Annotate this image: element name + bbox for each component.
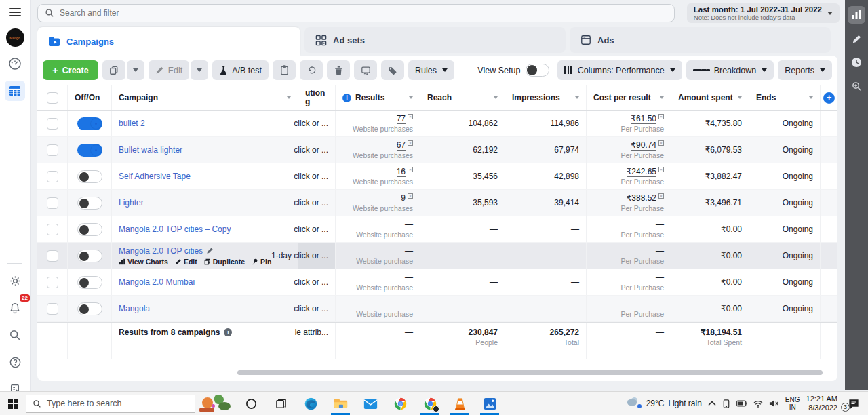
search-input[interactable] xyxy=(60,8,620,18)
row-checkbox[interactable] xyxy=(47,250,58,262)
campaign-link[interactable]: Bullet wala lighter xyxy=(119,145,182,155)
row-toggle-cell[interactable] xyxy=(68,190,112,216)
clock[interactable]: 12:21 AM 8/3/2022 xyxy=(806,395,837,412)
row-campaign-cell[interactable]: Mangola 2.0 TOP cities – Copy xyxy=(112,216,298,242)
row-toggle-cell[interactable] xyxy=(68,111,112,136)
language-indicator[interactable]: ENG IN xyxy=(785,396,800,412)
results-value[interactable]: — xyxy=(405,299,413,309)
cost-value[interactable]: — xyxy=(656,273,664,282)
header-ends[interactable]: Ends xyxy=(749,85,821,110)
tab-ad-sets[interactable]: Ad sets xyxy=(304,27,566,53)
row-select-cell[interactable] xyxy=(37,111,68,136)
row-checkbox[interactable] xyxy=(47,277,58,288)
table-row[interactable]: Mangola 2.0 TOP cities – Copy click or .… xyxy=(37,216,837,243)
header-campaign[interactable]: Campaign xyxy=(112,85,298,110)
undo-button[interactable] xyxy=(300,60,323,80)
photos-app[interactable] xyxy=(475,392,505,415)
edit-button[interactable]: Edit xyxy=(149,60,190,80)
campaign-link[interactable]: Self Adhersive Tape xyxy=(119,172,191,181)
mail-app[interactable] xyxy=(355,392,385,415)
row-campaign-cell[interactable]: Self Adhersive Tape xyxy=(112,163,298,189)
cost-value[interactable]: ₹242.65 xyxy=(627,167,656,177)
row-select-cell[interactable] xyxy=(37,243,68,269)
sort-caret-icon[interactable] xyxy=(494,96,498,99)
header-impressions[interactable]: Impressions xyxy=(505,85,587,110)
row-campaign-cell[interactable]: Mangola 2.0 Mumbai xyxy=(112,269,298,295)
row-campaign-cell[interactable]: Bullet wala lighter xyxy=(112,137,298,163)
duplicate-button[interactable] xyxy=(102,60,125,80)
cost-value[interactable]: — xyxy=(656,220,664,229)
search-icon[interactable] xyxy=(5,325,25,345)
results-value[interactable]: 67 xyxy=(397,140,406,151)
header-cost-per-result[interactable]: Cost per result xyxy=(587,85,671,110)
campaign-link[interactable]: Mangola 2.0 TOP cities – Copy xyxy=(119,224,231,234)
results-value[interactable]: — xyxy=(405,220,413,229)
performance-chart-icon[interactable] xyxy=(848,6,865,24)
edit-pencil-icon[interactable] xyxy=(848,30,865,47)
settings-gear-icon[interactable] xyxy=(5,271,25,291)
sort-caret-icon[interactable] xyxy=(287,96,291,99)
create-button[interactable]: +Create xyxy=(43,60,98,80)
search-highlight-doodle[interactable] xyxy=(197,393,236,414)
sort-caret-icon[interactable] xyxy=(575,96,579,99)
horizontal-scrollbar[interactable] xyxy=(237,370,823,375)
toggle[interactable] xyxy=(77,276,102,289)
vlc-app[interactable] xyxy=(445,392,475,415)
battery-icon[interactable] xyxy=(736,400,747,407)
view-setup-toggle[interactable] xyxy=(526,64,549,77)
table-row[interactable]: Mangola click or ... — Website purchase … xyxy=(37,296,837,322)
action-center-button[interactable]: 3 xyxy=(844,399,864,409)
table-row[interactable]: bullet 2 click or ... 77× Website purcha… xyxy=(37,111,837,137)
taskbar-search[interactable]: Type here to search xyxy=(26,395,195,413)
zoom-search-icon[interactable] xyxy=(848,77,865,95)
toggle[interactable] xyxy=(77,302,102,315)
search-filter-box[interactable] xyxy=(37,4,675,22)
row-toggle-cell[interactable] xyxy=(68,163,112,189)
row-select-cell[interactable] xyxy=(37,163,68,189)
wifi-icon[interactable] xyxy=(753,400,763,408)
rules-button[interactable]: Rules xyxy=(408,60,454,80)
sidebar-item-campaigns[interactable] xyxy=(5,81,25,101)
table-row[interactable]: Self Adhersive Tape click or ... 16× Web… xyxy=(37,163,837,190)
row-toggle-cell[interactable] xyxy=(68,269,112,295)
start-button[interactable] xyxy=(0,392,26,415)
select-all-checkbox[interactable] xyxy=(47,92,58,104)
cortana-button[interactable] xyxy=(236,392,266,415)
sort-caret-icon[interactable] xyxy=(809,96,813,99)
results-value[interactable]: 9 xyxy=(401,193,406,203)
cost-value[interactable]: — xyxy=(656,299,664,309)
row-toggle-cell[interactable] xyxy=(68,216,112,242)
header-results[interactable]: iResults xyxy=(336,85,420,110)
tab-ads[interactable]: Ads xyxy=(570,27,831,53)
row-campaign-cell[interactable]: bullet 2 xyxy=(112,111,298,136)
row-checkbox[interactable] xyxy=(47,224,58,235)
clipboard-button[interactable] xyxy=(273,60,296,80)
toggle[interactable] xyxy=(77,223,102,236)
breakdown-button[interactable]: Breakdown xyxy=(686,60,774,80)
export-button[interactable] xyxy=(354,60,377,80)
toggle[interactable] xyxy=(77,117,102,130)
reports-button[interactable]: Reports xyxy=(778,60,832,80)
row-toggle-cell[interactable] xyxy=(68,243,112,269)
chrome-app-2[interactable] xyxy=(415,392,445,415)
row-select-cell[interactable] xyxy=(37,296,68,321)
campaign-link[interactable]: Mangola 2.0 TOP cities xyxy=(119,246,214,256)
history-clock-icon[interactable] xyxy=(848,54,865,71)
edit-name-pencil-icon[interactable] xyxy=(206,247,214,254)
row-select-cell[interactable] xyxy=(37,137,68,163)
date-range-selector[interactable]: Last month: 1 Jul 2022-31 Jul 2022 Note:… xyxy=(687,3,840,23)
row-toggle-cell[interactable] xyxy=(68,137,112,163)
columns-button[interactable]: Columns: Performance xyxy=(557,60,682,80)
row-select-cell[interactable] xyxy=(37,190,68,216)
campaign-link[interactable]: Lighter xyxy=(119,198,144,208)
results-value[interactable]: 16 xyxy=(397,167,406,177)
campaign-link[interactable]: Mangola 2.0 Mumbai xyxy=(119,277,195,287)
row-checkbox[interactable] xyxy=(47,144,58,156)
sort-caret-icon[interactable] xyxy=(738,96,742,99)
row-checkbox[interactable] xyxy=(47,118,58,130)
results-value[interactable]: 77 xyxy=(397,114,406,124)
info-icon[interactable]: i xyxy=(342,94,351,102)
chrome-app[interactable] xyxy=(385,392,415,415)
header-select-all[interactable] xyxy=(37,85,68,110)
avatar[interactable]: Mango xyxy=(6,28,24,47)
